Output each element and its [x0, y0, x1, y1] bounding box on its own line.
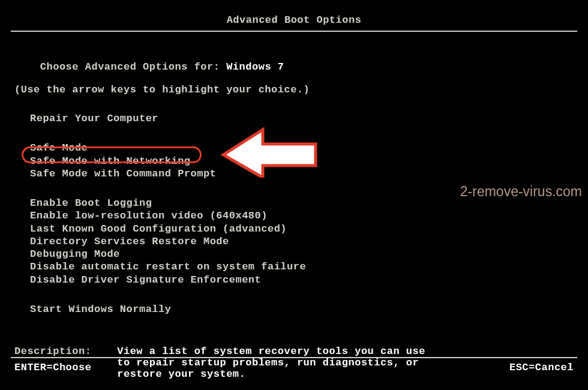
- menu-group-repair: Repair Your Computer: [14, 112, 574, 125]
- menu-item[interactable]: Safe Mode with Command Prompt: [30, 167, 574, 180]
- menu-item[interactable]: Directory Services Restore Mode: [30, 235, 574, 248]
- menu-item[interactable]: Last Known Good Configuration (advanced): [30, 223, 574, 235]
- menu-item[interactable]: Repair Your Computer: [30, 112, 574, 125]
- watermark: 2-remove-virus.com: [460, 184, 582, 200]
- os-name: Windows 7: [226, 61, 284, 73]
- menu-item[interactable]: Debugging Mode: [30, 248, 574, 260]
- footer-esc: ESC=Cancel: [509, 362, 574, 373]
- menu-item[interactable]: Start Windows Normally: [30, 303, 574, 316]
- menu-item[interactable]: Safe Mode with Networking: [30, 155, 574, 167]
- choose-prefix: Choose Advanced Options for:: [40, 61, 226, 73]
- menu-group-start: Start Windows Normally: [14, 303, 574, 316]
- footer-enter: ENTER=Choose: [14, 362, 91, 373]
- arrow-hint: (Use the arrow keys to highlight your ch…: [14, 84, 574, 95]
- menu-item[interactable]: Enable low-resolution video (640x480): [30, 209, 574, 222]
- menu-group-misc: Enable Boot Logging Enable low-resolutio…: [14, 197, 574, 286]
- menu-item[interactable]: Safe Mode: [30, 142, 574, 154]
- menu-group-safe: Safe Mode Safe Mode with Networking Safe…: [14, 142, 574, 180]
- menu-item[interactable]: Disable automatic restart on system fail…: [30, 260, 574, 273]
- page-title: Advanced Boot Options: [0, 0, 588, 28]
- menu-item[interactable]: Disable Driver Signature Enforcement: [30, 274, 574, 286]
- divider-bottom: [11, 357, 577, 358]
- choose-prompt: Choose Advanced Options for: Windows 7: [14, 50, 574, 84]
